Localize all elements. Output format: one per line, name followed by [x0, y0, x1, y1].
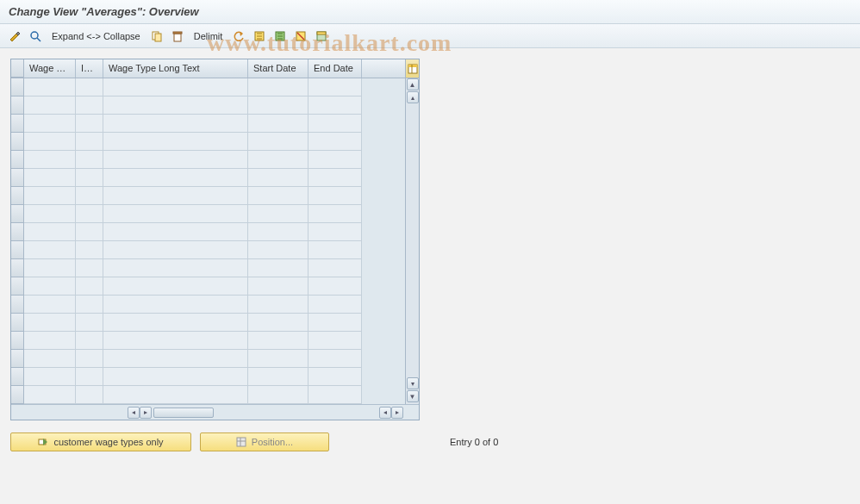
hscroll-left2-icon[interactable]: ◂ [379, 407, 391, 419]
table-cell[interactable] [76, 151, 103, 169]
table-cell[interactable] [76, 277, 103, 296]
table-cell[interactable] [308, 277, 362, 296]
table-cell[interactable] [308, 205, 362, 223]
table-cell[interactable] [308, 259, 362, 277]
scroll-bottom-icon[interactable]: ▼ [407, 390, 419, 402]
table-cell[interactable] [248, 332, 308, 350]
table-cell[interactable] [76, 314, 103, 332]
table-cell[interactable] [76, 187, 103, 205]
table-cell[interactable] [24, 133, 76, 151]
vertical-scrollbar[interactable]: ▲ ▴ ▾ ▼ [405, 78, 419, 404]
table-cell[interactable] [103, 223, 248, 241]
table-cell[interactable] [76, 296, 103, 314]
table-cell[interactable] [24, 205, 76, 223]
table-cell[interactable] [248, 133, 308, 151]
row-selector[interactable] [11, 96, 24, 115]
row-selector[interactable] [11, 78, 24, 96]
table-cell[interactable] [103, 386, 248, 404]
row-selector[interactable] [11, 133, 24, 151]
table-cell[interactable] [76, 96, 103, 115]
table-cell[interactable] [24, 223, 76, 241]
table-cell[interactable] [24, 368, 76, 386]
row-selector[interactable] [11, 368, 24, 386]
row-selector[interactable] [11, 277, 24, 296]
table-cell[interactable] [308, 169, 362, 187]
table-cell[interactable] [248, 350, 308, 368]
table-cell[interactable] [24, 314, 76, 332]
table-cell[interactable] [103, 96, 248, 115]
hscroll-left-icon[interactable]: ◂ [128, 407, 140, 419]
table-cell[interactable] [24, 259, 76, 277]
customer-wage-types-button[interactable]: customer wage types only [10, 432, 191, 451]
table-cell[interactable] [248, 223, 308, 241]
table-cell[interactable] [103, 332, 248, 350]
table-cell[interactable] [103, 133, 248, 151]
undo-icon[interactable] [229, 28, 248, 45]
row-selector[interactable] [11, 314, 24, 332]
table-cell[interactable] [76, 241, 103, 259]
table-cell[interactable] [248, 115, 308, 133]
table-cell[interactable] [103, 205, 248, 223]
column-header[interactable]: Inf... [76, 59, 103, 78]
table-cell[interactable] [308, 133, 362, 151]
table-cell[interactable] [24, 386, 76, 404]
row-selector[interactable] [11, 296, 24, 314]
table-cell[interactable] [248, 296, 308, 314]
row-selector[interactable] [11, 187, 24, 205]
select-all-icon[interactable] [250, 28, 269, 45]
scroll-down-icon[interactable]: ▾ [407, 377, 419, 389]
table-cell[interactable] [103, 314, 248, 332]
table-cell[interactable] [24, 277, 76, 296]
table-cell[interactable] [76, 350, 103, 368]
table-cell[interactable] [308, 187, 362, 205]
row-selector[interactable] [11, 259, 24, 277]
column-header[interactable]: End Date [308, 59, 362, 78]
row-selector[interactable] [11, 223, 24, 241]
table-cell[interactable] [76, 259, 103, 277]
scroll-up-icon[interactable]: ▴ [407, 91, 419, 103]
column-header[interactable]: Wage Type Long Text [103, 59, 248, 78]
table-cell[interactable] [248, 368, 308, 386]
table-cell[interactable] [248, 169, 308, 187]
position-button[interactable]: Position... [200, 432, 329, 451]
table-cell[interactable] [248, 241, 308, 259]
table-cell[interactable] [103, 187, 248, 205]
table-cell[interactable] [248, 205, 308, 223]
row-selector[interactable] [11, 151, 24, 169]
table-settings-icon[interactable] [312, 28, 331, 45]
table-cell[interactable] [76, 205, 103, 223]
table-cell[interactable] [103, 115, 248, 133]
table-cell[interactable] [103, 350, 248, 368]
table-cell[interactable] [76, 115, 103, 133]
table-cell[interactable] [76, 78, 103, 96]
row-selector[interactable] [11, 241, 24, 259]
hscroll-thumb[interactable] [153, 408, 214, 418]
hscroll-right2-icon[interactable]: ▸ [391, 407, 403, 419]
table-cell[interactable] [248, 187, 308, 205]
table-cell[interactable] [24, 332, 76, 350]
table-cell[interactable] [103, 368, 248, 386]
table-cell[interactable] [103, 78, 248, 96]
table-cell[interactable] [248, 277, 308, 296]
table-cell[interactable] [248, 96, 308, 115]
expand-collapse-button[interactable]: Expand <-> Collapse [47, 31, 146, 41]
select-block-icon[interactable] [271, 28, 290, 45]
table-cell[interactable] [248, 78, 308, 96]
table-cell[interactable] [103, 277, 248, 296]
hscroll-track[interactable] [152, 408, 267, 418]
table-cell[interactable] [24, 115, 76, 133]
table-cell[interactable] [248, 314, 308, 332]
table-cell[interactable] [24, 350, 76, 368]
find-icon[interactable] [26, 28, 45, 45]
table-cell[interactable] [76, 223, 103, 241]
row-selector[interactable] [11, 386, 24, 404]
scroll-top-icon[interactable]: ▲ [407, 78, 419, 90]
table-cell[interactable] [103, 151, 248, 169]
row-selector[interactable] [11, 169, 24, 187]
table-cell[interactable] [308, 314, 362, 332]
table-cell[interactable] [24, 169, 76, 187]
table-cell[interactable] [308, 241, 362, 259]
table-cell[interactable] [76, 332, 103, 350]
table-cell[interactable] [308, 78, 362, 96]
table-cell[interactable] [24, 296, 76, 314]
